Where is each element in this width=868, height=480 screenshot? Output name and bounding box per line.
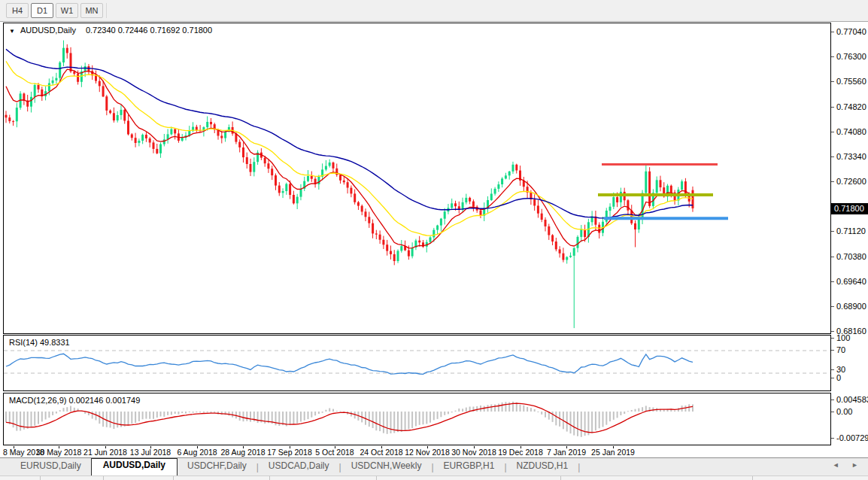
macd-axis-tick (831, 438, 834, 439)
price-tick (831, 306, 834, 307)
rsi-canvas[interactable] (4, 336, 830, 390)
rsi-axis-label: 100 (836, 333, 850, 342)
status-separator (40, 476, 41, 480)
price-tick-label: 0.71120 (836, 226, 866, 235)
macd-pane: MACD(12,26,9) 0.002146 0.001749 (3, 393, 831, 445)
timeframe-button-mn[interactable]: MN (80, 3, 103, 18)
date-tick-label: 6 Aug 2018 (177, 448, 217, 457)
dropdown-icon[interactable]: ▼ (9, 28, 15, 35)
price-tick-label: 0.73340 (836, 152, 866, 161)
main-chart-pane: ▼ AUDUSD,Daily 0.72340 0.72446 0.71692 0… (3, 23, 831, 334)
price-tick-label: 0.68900 (836, 302, 866, 311)
macd-label: MACD(12,26,9) 0.002146 0.001749 (9, 396, 140, 405)
macd-axis-tick (831, 412, 834, 412)
chart-symbol-title: ▼ AUDUSD,Daily 0.72340 0.72446 0.71692 0… (9, 26, 212, 35)
date-tick-label: 12 Nov 2018 (405, 448, 450, 457)
macd-axis-tick (831, 399, 834, 400)
price-tick (831, 181, 834, 182)
chart-tab-eurusd-daily[interactable]: EURUSD,Daily (11, 460, 91, 475)
date-axis: 8 May 201830 May 201821 Jun 201813 Jul 2… (3, 446, 831, 457)
timeframe-toolbar: H4D1W1MN (0, 0, 868, 22)
ma-medium-line (6, 61, 693, 235)
ma-slow-line (6, 49, 693, 218)
chart-tab-usdchf-daily[interactable]: USDCHF,Daily (178, 460, 256, 475)
date-tick-label: 17 Sep 2018 (267, 448, 312, 457)
current-price-badge: 0.71800 (831, 203, 868, 214)
status-separator (269, 476, 270, 480)
price-tick (831, 257, 834, 257)
macd-signal-line (6, 403, 693, 433)
tab-scroll-arrows: ◄ ► (827, 461, 863, 469)
chart-tab-usdcnh-weekly[interactable]: USDCNH,Weekly (341, 460, 432, 475)
date-tick-label: 25 Jan 2019 (591, 448, 635, 457)
rsi-axis-tick (831, 350, 834, 351)
price-tick-label: 0.76300 (836, 52, 866, 61)
rsi-axis-label: 0 (836, 373, 841, 382)
chart-symbol-label: AUDUSD,Daily (20, 26, 76, 35)
toolbar-divider (106, 3, 107, 18)
chart-tab-usdcad-daily[interactable]: USDCAD,Daily (259, 460, 339, 475)
macd-axis-label: -0.007292 (836, 433, 868, 442)
price-tick-label: 0.74080 (836, 127, 866, 136)
price-tick (831, 331, 834, 332)
status-strip (0, 475, 868, 480)
price-tick (831, 32, 834, 32)
price-tick (831, 81, 834, 82)
tab-scroll-left-icon[interactable]: ◄ (827, 461, 845, 469)
date-tick-label: 21 Jun 2018 (83, 448, 127, 457)
status-separator (173, 476, 174, 480)
ma-fast-line (6, 69, 693, 248)
tab-scroll-right-icon[interactable]: ► (846, 461, 863, 469)
date-tick-label: 13 Jul 2018 (130, 448, 171, 457)
chart-tab-audusd-daily[interactable]: AUDUSD,Daily (91, 458, 178, 475)
price-tick (831, 107, 834, 108)
timeframe-button-d1[interactable]: D1 (31, 3, 53, 18)
date-tick-label: 7 Jan 2019 (547, 448, 586, 457)
rsi-axis-label: 70 (836, 345, 845, 354)
chart-tab-eurgbp-h1[interactable]: EURGBP,H1 (434, 460, 505, 475)
status-separator (103, 476, 104, 480)
date-tick-label: 30 Nov 2018 (451, 448, 496, 457)
chart-tab-bar: EURUSD,DailyAUDUSD,DailyUSDCHF,Daily|USD… (0, 457, 868, 475)
price-tick-label: 0.72600 (836, 177, 866, 186)
rsi-pane: RSI(14) 49.8331 (3, 335, 831, 391)
date-tick-label: 5 Oct 2018 (315, 448, 354, 457)
price-tick (831, 231, 834, 232)
rsi-axis-tick (831, 338, 834, 339)
price-tick (831, 156, 834, 157)
timeframe-button-h4[interactable]: H4 (6, 3, 29, 18)
macd-axis-label: 0.00 (836, 407, 852, 416)
rsi-label: RSI(14) 49.8331 (9, 338, 70, 347)
rsi-axis-tick (831, 378, 834, 378)
price-tick (831, 132, 834, 132)
date-tick-label: 19 Dec 2018 (498, 448, 543, 457)
date-tick-label: 30 May 2018 (36, 448, 82, 457)
timeframe-button-w1[interactable]: W1 (56, 3, 78, 18)
price-tick-label: 0.70380 (836, 252, 866, 261)
price-tick-label: 0.69640 (836, 277, 866, 286)
date-tick-label: 28 Aug 2018 (221, 448, 266, 457)
price-tick (831, 56, 834, 57)
date-tick-label: 24 Oct 2018 (360, 448, 402, 457)
status-separator (376, 476, 377, 480)
status-separator (752, 476, 753, 480)
chart-ohlc-values: 0.72340 0.72446 0.71692 0.71800 (86, 26, 212, 35)
rsi-line (6, 354, 693, 374)
price-tick (831, 281, 834, 282)
macd-axis-label: 0.004583 (836, 395, 868, 404)
tab-separator: | (578, 462, 580, 475)
price-tick-label: 0.75560 (836, 77, 866, 86)
main-chart-canvas[interactable] (4, 23, 830, 333)
price-tick-label: 0.74820 (836, 102, 866, 111)
status-separator (560, 476, 561, 480)
price-tick-label: 0.77040 (836, 27, 866, 36)
chart-tab-nzdusd-h1[interactable]: NZDUSD,H1 (507, 460, 578, 475)
rsi-axis-tick (831, 369, 834, 370)
